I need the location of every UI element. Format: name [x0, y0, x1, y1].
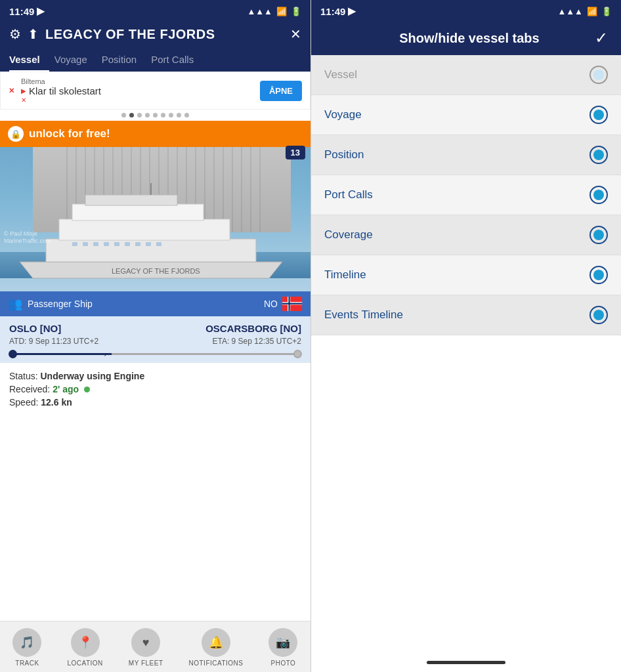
tab-label-portcalls: Port Calls	[324, 188, 373, 201]
port-from: OSLO [NO]	[9, 323, 61, 334]
notifications-label: NOTIFICATIONS	[189, 660, 244, 667]
nav-myfleet[interactable]: ♥ MY FLEET	[129, 628, 163, 667]
progress-arrow: →	[97, 348, 109, 362]
speed-line: Speed: 12.6 kn	[9, 397, 301, 408]
image-dots	[0, 110, 310, 121]
dot-7[interactable]	[177, 113, 181, 117]
svg-rect-5	[72, 242, 77, 246]
dot-6[interactable]	[169, 113, 173, 117]
dot-4[interactable]	[153, 113, 158, 117]
ship-image-bg: LEGACY OF THE FJORDS 🔒 unlock for free! …	[0, 121, 310, 291]
unlock-banner[interactable]: 🔒 unlock for free!	[0, 121, 310, 147]
left-status-bar: 11:49 ▶ ▲▲▲ 📶 🔋	[0, 0, 310, 21]
tab-position[interactable]: Position	[102, 49, 146, 70]
confirm-check-icon[interactable]: ✓	[595, 29, 608, 47]
ad-x-button[interactable]: ✕	[9, 87, 14, 95]
status-line: Status: Underway using Engine	[9, 371, 301, 381]
tab-label-eventstimeline: Events Timeline	[324, 308, 403, 322]
home-indicator-bar	[311, 652, 621, 672]
tab-row-portcalls[interactable]: Port Calls	[311, 175, 621, 215]
left-panel: 11:49 ▶ ▲▲▲ 📶 🔋 ⚙ ⬆ LEGACY OF THE FJORDS…	[0, 0, 310, 672]
photo-icon: 📷	[268, 628, 297, 657]
voyage-progress-bar: →	[9, 351, 301, 356]
flag-label: NO	[264, 299, 278, 309]
svg-rect-6	[83, 242, 88, 246]
right-status-bar: 11:49 ▶ ▲▲▲ 📶 🔋	[311, 0, 621, 21]
tab-row-position[interactable]: Position	[311, 135, 621, 175]
radio-position[interactable]	[589, 146, 608, 164]
tab-row-eventstimeline[interactable]: Events Timeline	[311, 295, 621, 335]
nav-notifications[interactable]: 🔔 NOTIFICATIONS	[189, 628, 244, 667]
nav-track[interactable]: 🎵 TRACK	[12, 628, 41, 667]
lock-icon: 🔒	[8, 126, 24, 142]
unlock-text: unlock for free!	[29, 127, 110, 140]
flag-container: NO	[264, 297, 303, 311]
svg-rect-2	[59, 219, 230, 240]
vessel-info-row: 👥 Passenger Ship NO	[0, 291, 310, 316]
ad-open-button[interactable]: ÅPNE	[260, 81, 302, 101]
radio-eventstimeline[interactable]	[589, 306, 608, 324]
radio-coverage[interactable]	[589, 226, 608, 244]
location-arrow-left: ▶	[37, 5, 45, 17]
svg-rect-1	[46, 239, 256, 262]
nav-location[interactable]: 📍 LOCATION	[67, 628, 102, 667]
tab-label-timeline: Timeline	[324, 268, 366, 282]
radio-voyage[interactable]	[589, 106, 608, 124]
voyage-card: OSLO [NO] OSCARSBORG [NO] ATD: 9 Sep 11:…	[0, 316, 310, 363]
location-arrow-right: ▶	[348, 5, 356, 17]
signal-icon-left: ▲▲▲	[247, 7, 272, 16]
ad-arrow-icon: ▶	[21, 87, 26, 94]
svg-rect-20	[282, 303, 302, 304]
share-icon[interactable]: ⬆	[28, 26, 39, 42]
dot-5[interactable]	[161, 113, 165, 117]
eta-value: ETA: 9 Sep 12:35 UTC+2	[212, 337, 301, 346]
tab-bar: Vessel Voyage Position Port Calls	[0, 49, 310, 72]
tab-row-vessel[interactable]: Vessel	[311, 55, 621, 95]
dot-0[interactable]	[121, 113, 126, 117]
myfleet-label: MY FLEET	[129, 660, 163, 667]
tab-row-timeline[interactable]: Timeline	[311, 255, 621, 295]
bottom-nav: 🎵 TRACK 📍 LOCATION ♥ MY FLEET 🔔 NOTIFICA…	[0, 621, 310, 672]
progress-filled	[9, 353, 112, 355]
tab-list: Vessel Voyage Position Port Calls Covera…	[311, 55, 621, 652]
svg-rect-10	[125, 242, 130, 246]
radio-vessel[interactable]	[589, 66, 608, 84]
tab-row-coverage[interactable]: Coverage	[311, 215, 621, 255]
home-indicator	[427, 661, 505, 664]
tab-row-voyage[interactable]: Voyage	[311, 95, 621, 135]
track-icon: 🎵	[12, 628, 41, 657]
ad-text: Biltema ▶ Klar til skolestart ✕	[21, 77, 253, 104]
dot-8[interactable]	[184, 113, 189, 117]
dot-2[interactable]	[137, 113, 142, 117]
ad-banner: ✕ Biltema ▶ Klar til skolestart ✕ ÅPNE	[0, 72, 310, 110]
nav-photo[interactable]: 📷 PHOTO	[268, 628, 297, 667]
ad-brand: Biltema	[21, 77, 253, 85]
svg-rect-13	[156, 242, 161, 246]
svg-rect-8	[104, 242, 109, 246]
ship-svg: LEGACY OF THE FJORDS	[7, 177, 295, 282]
gear-icon[interactable]: ⚙	[9, 26, 21, 42]
track-label: TRACK	[15, 660, 39, 667]
radio-portcalls[interactable]	[589, 186, 608, 204]
wifi-icon-left: 📶	[276, 7, 287, 16]
battery-icon-right: 🔋	[601, 7, 612, 16]
atd-value: ATD: 9 Sep 11:23 UTC+2	[9, 337, 98, 346]
tab-voyage[interactable]: Voyage	[54, 49, 96, 70]
watermark: © Paul MisjeMarineTraffic.com	[4, 230, 51, 245]
close-icon[interactable]: ✕	[290, 26, 301, 42]
dot-1[interactable]	[129, 113, 134, 117]
tab-label-coverage: Coverage	[324, 228, 373, 242]
tab-label-voyage: Voyage	[324, 108, 362, 121]
tab-vessel[interactable]: Vessel	[9, 49, 49, 72]
tab-label-position: Position	[324, 148, 364, 161]
svg-rect-11	[135, 242, 140, 246]
status-time-left: 11:49 ▶	[9, 5, 45, 17]
tab-portcalls[interactable]: Port Calls	[151, 49, 203, 70]
ship-image: LEGACY OF THE FJORDS 🔒 unlock for free! …	[0, 121, 310, 291]
page-title: LEGACY OF THE FJORDS	[45, 27, 284, 42]
image-count-badge: 13	[286, 146, 305, 159]
right-panel: 11:49 ▶ ▲▲▲ 📶 🔋 Show/hide vessel tabs ✓ …	[310, 0, 621, 672]
radio-timeline[interactable]	[589, 266, 608, 284]
dot-3[interactable]	[145, 113, 150, 117]
received-line: Received: 2' ago	[9, 384, 301, 394]
